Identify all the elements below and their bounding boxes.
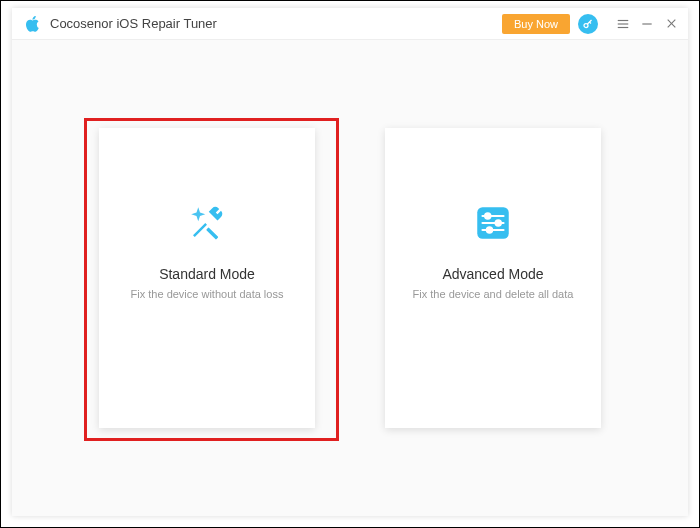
minimize-button[interactable] <box>638 17 656 31</box>
standard-mode-card[interactable]: Standard Mode Fix the device without dat… <box>99 128 315 428</box>
standard-mode-desc: Fix the device without data loss <box>131 288 284 300</box>
tools-icon <box>186 202 228 244</box>
title-bar: Cocosenor iOS Repair Tuner Buy Now <box>12 8 688 40</box>
svg-point-10 <box>485 213 490 218</box>
buy-now-button[interactable]: Buy Now <box>502 14 570 34</box>
svg-rect-7 <box>206 227 218 239</box>
content-area: Standard Mode Fix the device without dat… <box>12 40 688 516</box>
advanced-mode-card[interactable]: Advanced Mode Fix the device and delete … <box>385 128 601 428</box>
sliders-icon <box>472 202 514 244</box>
app-title: Cocosenor iOS Repair Tuner <box>50 16 502 31</box>
advanced-mode-desc: Fix the device and delete all data <box>413 288 574 300</box>
advanced-mode-title: Advanced Mode <box>442 266 543 282</box>
svg-point-12 <box>496 220 501 225</box>
key-icon[interactable] <box>578 14 598 34</box>
apple-logo-icon <box>24 15 42 33</box>
svg-point-14 <box>487 227 492 232</box>
standard-mode-title: Standard Mode <box>159 266 255 282</box>
close-button[interactable] <box>662 17 680 30</box>
app-window: Cocosenor iOS Repair Tuner Buy Now Stand… <box>12 8 688 516</box>
menu-icon[interactable] <box>614 17 632 31</box>
